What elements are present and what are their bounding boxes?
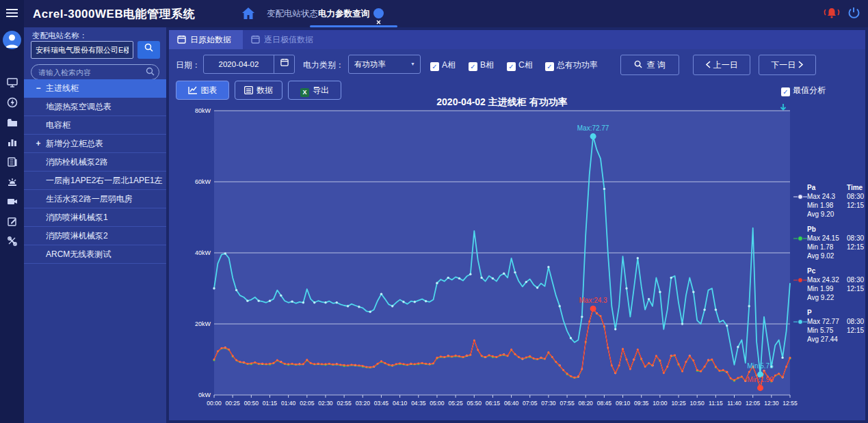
- legend-item[interactable]: Pc Max 24.3208:30 Min 1.9912:15 Avg 9.22: [793, 267, 865, 302]
- svg-text:02:05: 02:05: [300, 400, 315, 407]
- expand-icon[interactable]: +: [34, 135, 43, 153]
- bar-chart-icon[interactable]: [7, 137, 18, 148]
- tree-item[interactable]: 地源热泵空调总表: [24, 98, 166, 116]
- svg-text:80kW: 80kW: [195, 107, 211, 114]
- svg-text:10:00: 10:00: [653, 400, 668, 407]
- legend-item[interactable]: Pb Max 24.1508:30 Min 1.7812:15 Avg 9.02: [793, 225, 865, 260]
- calendar-month-icon: [251, 35, 260, 44]
- search-icon: [144, 43, 153, 52]
- svg-text:Max:24.3: Max:24.3: [579, 297, 608, 304]
- chevron-down-icon: ▼: [410, 62, 415, 66]
- tree-item[interactable]: +新增分立柜总表: [24, 135, 166, 153]
- date-label: 日期：: [176, 59, 200, 71]
- tree-item[interactable]: 电容柜: [24, 116, 166, 135]
- chart-legend-panel: PaTime Max 24.308:30 Min 1.9812:15 Avg 9…: [793, 183, 865, 350]
- svg-text:07:30: 07:30: [541, 400, 556, 407]
- tree-item[interactable]: 消防喷淋机械泵1: [24, 208, 166, 227]
- main-panel: 日原始数据 逐日极值数据 日期： 2020-04-02 电力类别： 有功功率 ▼…: [169, 30, 865, 420]
- query-button[interactable]: 查 询: [620, 55, 679, 75]
- tree-item[interactable]: 生活水泵2路一层弱电房: [24, 190, 166, 208]
- line-chart-icon: [188, 86, 198, 94]
- power-line-chart[interactable]: 0kW20kW40kW60kW80kW00:0000:2500:5001:150…: [183, 107, 802, 413]
- collapse-icon[interactable]: −: [34, 79, 43, 98]
- app-title: Acrel-3000WEB电能管理系统: [33, 6, 195, 22]
- svg-text:05:00: 05:00: [430, 400, 445, 407]
- tree-item[interactable]: 消防栓机械泵2路: [24, 153, 166, 172]
- camera-icon[interactable]: [7, 196, 18, 207]
- svg-text:10:50: 10:50: [690, 400, 705, 407]
- svg-text:Max:72.77: Max:72.77: [577, 124, 609, 132]
- svg-text:09:10: 09:10: [616, 400, 631, 407]
- avatar[interactable]: [3, 31, 21, 49]
- station-search-button[interactable]: [137, 41, 160, 59]
- svg-text:12:30: 12:30: [764, 400, 779, 407]
- power-category-select[interactable]: 有功功率 ▼: [348, 55, 421, 74]
- calendar-icon[interactable]: [274, 55, 294, 73]
- active-tab-underline: [310, 25, 397, 27]
- tab-station-status[interactable]: 变配电站状态: [267, 0, 318, 27]
- legend-item[interactable]: P Max 72.7708:30 Min 5.7512:15 Avg 27.44: [793, 308, 865, 344]
- home-icon[interactable]: [241, 7, 255, 22]
- alarm-lamp-icon[interactable]: [7, 176, 18, 187]
- folder-icon[interactable]: [7, 117, 18, 128]
- phase-c-checkbox[interactable]: ✓C相: [507, 59, 533, 71]
- phase-b-checkbox[interactable]: ✓B相: [469, 59, 494, 71]
- check-icon[interactable]: ✓: [430, 62, 439, 71]
- station-name-label: 变配电站名称：: [32, 31, 88, 41]
- tab-daily-raw-data[interactable]: 日原始数据: [169, 30, 243, 49]
- station-name-input[interactable]: [31, 41, 133, 59]
- svg-text:Min:5.75: Min:5.75: [747, 362, 774, 370]
- svg-text:12:05: 12:05: [746, 400, 761, 407]
- svg-text:04:35: 04:35: [411, 400, 426, 407]
- tab-daily-extreme-data[interactable]: 逐日极值数据: [243, 30, 345, 49]
- edit-icon[interactable]: [7, 216, 18, 227]
- svg-text:07:05: 07:05: [523, 400, 538, 407]
- svg-text:40kW: 40kW: [195, 249, 211, 256]
- check-icon[interactable]: ✓: [545, 62, 554, 71]
- tree-item[interactable]: 一层南1APE2右一层北1APE1左: [24, 172, 166, 190]
- svg-text:Min:1.99: Min:1.99: [747, 376, 774, 383]
- svg-text:06:40: 06:40: [504, 400, 519, 407]
- tree-item[interactable]: −主进线柜: [24, 79, 166, 98]
- alarm-bell-icon[interactable]: [823, 6, 841, 22]
- total-power-checkbox[interactable]: ✓总有功功率: [545, 59, 598, 71]
- svg-text:01:40: 01:40: [281, 400, 296, 407]
- menu-icon[interactable]: [6, 9, 18, 19]
- series-marker-icon: [793, 277, 807, 284]
- select-value: 有功功率: [354, 55, 386, 73]
- svg-text:20kW: 20kW: [195, 320, 211, 327]
- series-marker-icon: [793, 235, 807, 242]
- list-icon: [244, 86, 253, 94]
- chevron-left-icon: [705, 61, 711, 68]
- check-icon[interactable]: ✓: [781, 87, 790, 96]
- report-icon[interactable]: [7, 156, 18, 167]
- prev-day-button[interactable]: 上一日: [693, 55, 750, 75]
- monitor-icon[interactable]: [7, 77, 18, 88]
- svg-text:03:45: 03:45: [374, 400, 389, 407]
- energy-icon[interactable]: [7, 97, 18, 108]
- filter-toolbar: 日期： 2020-04-02 电力类别： 有功功率 ▼ ✓A相 ✓B相 ✓C相 …: [169, 55, 865, 75]
- check-icon[interactable]: ✓: [507, 62, 516, 71]
- tools-icon[interactable]: [7, 236, 18, 247]
- svg-text:01:15: 01:15: [263, 400, 278, 407]
- tree-item[interactable]: ARCM无线表测试: [24, 245, 166, 264]
- date-picker[interactable]: 2020-04-02: [203, 55, 295, 74]
- series-marker-icon: [793, 193, 807, 200]
- power-icon[interactable]: [847, 6, 860, 22]
- svg-text:05:25: 05:25: [448, 400, 463, 407]
- svg-text:00:25: 00:25: [226, 400, 241, 407]
- legend-item[interactable]: PaTime Max 24.308:30 Min 1.9812:15 Avg 9…: [793, 183, 865, 219]
- close-tab-icon[interactable]: [373, 8, 384, 18]
- tree-item[interactable]: 消防喷淋机械泵2: [24, 227, 166, 245]
- date-value[interactable]: 2020-04-02: [204, 55, 274, 73]
- max-analysis-checkbox[interactable]: ✓最值分析: [781, 85, 826, 96]
- svg-text:09:35: 09:35: [634, 400, 649, 407]
- svg-text:02:55: 02:55: [337, 400, 352, 407]
- next-day-button[interactable]: 下一日: [759, 55, 816, 75]
- svg-text:02:30: 02:30: [318, 400, 333, 407]
- check-icon[interactable]: ✓: [469, 62, 477, 71]
- tree-search-input[interactable]: [31, 64, 159, 80]
- tab-power-query[interactable]: 电力参数查询: [318, 0, 384, 27]
- svg-text:12:55: 12:55: [782, 400, 798, 407]
- phase-a-checkbox[interactable]: ✓A相: [430, 59, 456, 71]
